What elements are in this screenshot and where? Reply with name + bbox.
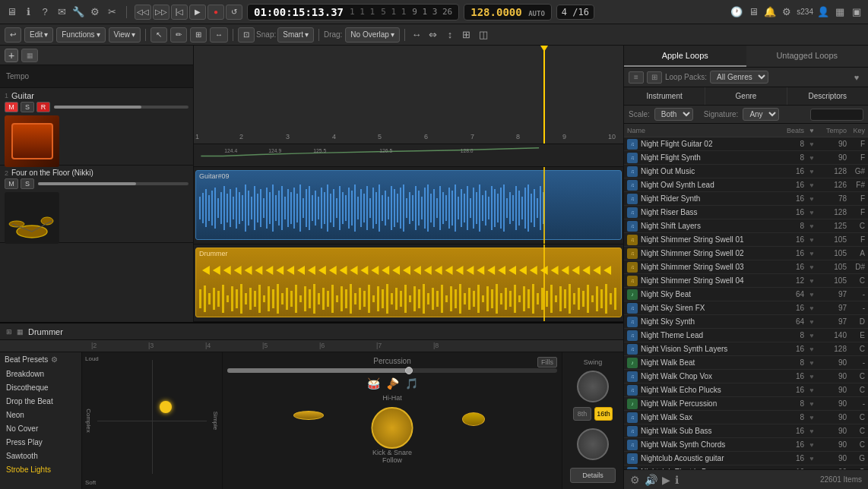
loops-info-icon[interactable]: ℹ (675, 474, 679, 486)
drummer-panel-icon1[interactable]: ⊞ (6, 328, 12, 336)
toolbar-functions[interactable]: Functions ▾ (56, 27, 105, 43)
loops-heart-icon[interactable]: ♥ (850, 71, 863, 84)
loop-fav[interactable]: ♥ (807, 195, 816, 203)
search-input-loops[interactable] (810, 109, 863, 121)
loop-fav[interactable]: ♥ (807, 304, 816, 312)
loop-item[interactable]: ♫Nightclub Acoustic guitar16♥90G (624, 452, 868, 465)
preset-nocover[interactable]: No Cover (5, 421, 77, 435)
back-to-start-button[interactable]: |◁ (171, 5, 188, 20)
beat-8th[interactable]: 8th (573, 407, 591, 421)
scale-select[interactable]: Both (654, 108, 693, 121)
app-icon-1[interactable]: 🖥 (5, 5, 18, 19)
icon-note[interactable]: 🔔 (763, 5, 777, 19)
loop-item[interactable]: ♫Night Walk Sub Bass16♥90C (624, 424, 868, 438)
track1-mute[interactable]: M (5, 102, 18, 112)
rewind-button[interactable]: ◁◁ (135, 5, 151, 20)
perc-icon1[interactable]: 🥁 (367, 377, 380, 390)
loop-item[interactable]: ♫Night Sky Synth64♥97D (624, 315, 868, 329)
track1-volume[interactable] (54, 106, 188, 109)
app-icon-2[interactable]: ℹ (21, 5, 35, 19)
drummer-clip[interactable]: Drummer (195, 248, 622, 317)
preset-dropthebeat[interactable]: Drop the Beat (5, 394, 77, 408)
app-icon-7[interactable]: ✂ (105, 5, 119, 19)
app-icon-6[interactable]: ⚙ (88, 5, 102, 19)
kit-xy-pad[interactable]: Loud Soft Complex Simple (82, 352, 223, 489)
loop-item[interactable]: ♫Night Walk Synth Chords16♥90C (624, 438, 868, 452)
perc-knob[interactable] (577, 428, 609, 460)
app-icon-5[interactable]: 🔧 (71, 5, 85, 19)
icon-user[interactable]: 👤 (816, 5, 830, 19)
drummer-panel-icon2[interactable]: ▦ (17, 328, 24, 336)
bpm-display[interactable]: 128.0000 AUTO (464, 4, 552, 21)
loop-fav[interactable]: ♥ (807, 181, 816, 189)
loop-item[interactable]: ♪Night Walk Percussion8♥90- (624, 397, 868, 411)
loop-fav[interactable]: ♥ (807, 168, 816, 175)
fills-button[interactable]: Fills (537, 357, 557, 368)
time-signature-display[interactable]: 4 /16 (556, 5, 594, 20)
loop-item[interactable]: ♪Night Walk Beat8♥90- (624, 356, 868, 370)
loop-item[interactable]: ♫Night Shift Layers8♥125C (624, 219, 868, 233)
tab-untagged-loops[interactable]: Untagged Loops (746, 46, 869, 67)
loop-fav[interactable]: ♥ (807, 263, 816, 271)
loop-item[interactable]: ♫Night Sky Siren FX16♥97- (624, 301, 868, 315)
loop-fav[interactable]: ♥ (807, 400, 816, 408)
toolbar-view[interactable]: View ▾ (109, 27, 141, 43)
filter-instrument[interactable]: Instrument (624, 87, 705, 105)
loop-item[interactable]: ♫Night Shimmer String Swell 0116♥105F (624, 233, 868, 247)
loop-item[interactable]: ♫Night Flight Guitar 028♥90F (624, 137, 868, 151)
sig-select[interactable]: Any (743, 108, 779, 121)
toolbar-icon5[interactable]: ◫ (477, 28, 490, 42)
loop-fav[interactable]: ♥ (807, 140, 816, 148)
track1-solo[interactable]: S (21, 102, 34, 112)
loop-item[interactable]: ♫Night Shimmer String Swell 0216♥105A (624, 247, 868, 260)
toolbar-icon3[interactable]: ↕ (443, 28, 457, 42)
track2-solo[interactable]: S (21, 178, 34, 189)
toolbar-icon1[interactable]: ↔ (410, 28, 423, 42)
beat-presets-gear[interactable]: ⚙ (51, 355, 58, 364)
snap-button[interactable]: ⊡ (238, 27, 255, 43)
toolbar-pencil[interactable]: ✏ (170, 27, 187, 43)
loop-view-btn2[interactable]: ⊞ (647, 71, 662, 84)
icon-grid[interactable]: ▦ (833, 5, 847, 19)
swing-knob[interactable] (577, 371, 609, 402)
loop-fav[interactable]: ♥ (807, 386, 816, 394)
loop-item[interactable]: ♫Night Owl Synth Lead16♥126F# (624, 178, 868, 192)
toolbar-icon4[interactable]: ⊞ (460, 28, 474, 42)
loop-fav[interactable]: ♥ (807, 291, 816, 298)
details-button[interactable]: Details (570, 468, 616, 483)
loop-item[interactable]: ♪Night Sky Beat64♥97- (624, 288, 868, 301)
loop-fav[interactable]: ♥ (807, 222, 816, 230)
loop-item[interactable]: ♫Night Shimmer String Swell 0316♥105D# (624, 260, 868, 274)
loop-fav[interactable]: ♥ (807, 359, 816, 367)
filter-descriptors[interactable]: Descriptors (787, 87, 868, 105)
loop-item[interactable]: ♫Night Shimmer String Swell 0412♥105C (624, 274, 868, 288)
toolbar-pointer[interactable]: ↖ (150, 27, 167, 43)
cycle-button[interactable]: ↺ (226, 5, 242, 20)
loop-item[interactable]: ♫Night Walk Chop Vox16♥90C (624, 370, 868, 383)
loops-play-icon[interactable]: ▶ (662, 474, 670, 486)
loop-fav[interactable]: ♥ (807, 209, 816, 216)
loops-volume-icon[interactable]: 🔊 (645, 474, 657, 486)
filter-genre[interactable]: Genre (705, 87, 787, 105)
preset-neon[interactable]: Neon (5, 408, 77, 421)
drag-value[interactable]: No Overlap ▾ (345, 27, 400, 43)
toolbar-edit[interactable]: Edit ▾ (24, 27, 53, 43)
loop-fav[interactable]: ♥ (807, 154, 816, 162)
loop-item[interactable]: ♫Night Theme Lead8♥140E (624, 329, 868, 342)
loop-item[interactable]: ♫Night Walk Sax8♥90C (624, 411, 868, 424)
loop-item[interactable]: ♫Night Flight Synth8♥90F (624, 151, 868, 165)
add-track-button[interactable]: + (5, 49, 18, 62)
loop-fav[interactable]: ♥ (807, 236, 816, 244)
icon-clock[interactable]: 🕐 (730, 5, 743, 19)
beat-16th[interactable]: 16th (594, 407, 613, 421)
icon-monitor[interactable]: 🖥 (746, 5, 760, 19)
loop-fav[interactable]: ♥ (807, 373, 816, 380)
preset-strobelights[interactable]: Strobe Lights (5, 462, 77, 476)
track2-volume[interactable] (38, 182, 188, 185)
perc-icon2[interactable]: 🪘 (386, 377, 399, 390)
loops-settings-icon[interactable]: ⚙ (630, 474, 640, 486)
loop-item[interactable]: ♫Night Riser Bass16♥128F (624, 206, 868, 219)
loop-fav[interactable]: ♥ (807, 414, 816, 421)
fast-forward-button[interactable]: ▷▷ (153, 5, 169, 20)
icon-settings2[interactable]: ⚙ (780, 5, 794, 19)
